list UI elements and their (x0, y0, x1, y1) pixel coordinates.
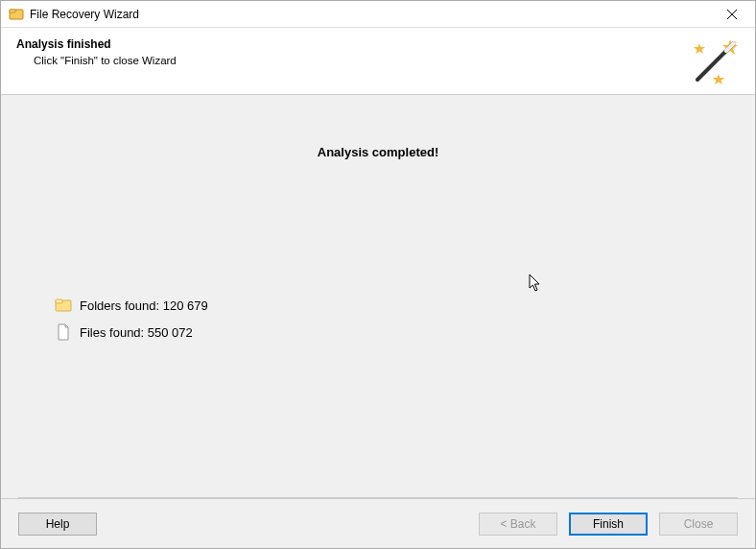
analysis-completed-label: Analysis completed! (1, 95, 755, 159)
help-button[interactable]: Help (18, 513, 97, 536)
close-button: Close (659, 513, 738, 536)
results-block: Folders found: 120 679 Files found: 550 … (55, 297, 208, 350)
footer-divider (18, 497, 738, 498)
files-found-row: Files found: 550 072 (55, 323, 208, 341)
file-icon (55, 323, 72, 341)
header-subtext: Click "Finish" to close Wizard (16, 55, 740, 66)
files-found-text: Files found: 550 072 (80, 325, 193, 340)
svg-marker-6 (713, 74, 724, 84)
window-close-button[interactable] (713, 1, 751, 28)
folders-found-text: Folders found: 120 679 (80, 298, 208, 313)
svg-rect-1 (10, 10, 15, 12)
app-icon (9, 7, 24, 22)
folders-found-row: Folders found: 120 679 (55, 297, 208, 314)
header-heading: Analysis finished (16, 37, 740, 51)
wizard-wand-icon (688, 36, 742, 89)
close-icon (727, 10, 737, 19)
wizard-header: Analysis finished Click "Finish" to clos… (1, 28, 755, 95)
finish-button[interactable]: Finish (569, 513, 648, 536)
titlebar: File Recovery Wizard (1, 1, 755, 28)
back-button: < Back (479, 513, 557, 536)
window-title: File Recovery Wizard (30, 8, 139, 21)
mouse-cursor-icon (529, 274, 542, 297)
svg-marker-5 (694, 43, 705, 54)
folder-icon (55, 297, 72, 314)
wizard-content: Analysis completed! Folders found: 120 6… (1, 95, 755, 498)
svg-rect-10 (56, 299, 62, 303)
wizard-footer: Help < Back Finish Close (1, 498, 755, 548)
